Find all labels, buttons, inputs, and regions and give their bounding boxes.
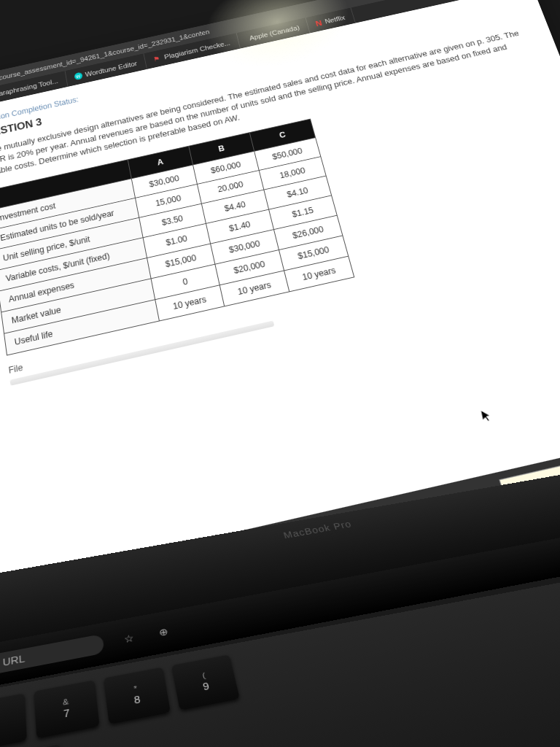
keyboard-key[interactable]: *8: [104, 667, 171, 724]
star-icon[interactable]: ☆: [118, 631, 139, 646]
flag-icon: ⚑: [152, 55, 162, 63]
key-shift-label: *: [133, 684, 138, 693]
key-main-label: 7: [63, 707, 71, 720]
tab-label: Netflix: [324, 14, 346, 25]
keyboard-key[interactable]: ^6: [0, 692, 27, 747]
key-main-label: 9: [202, 680, 210, 692]
plus-circle-icon[interactable]: ⊕: [153, 624, 175, 639]
key-shift-label: (: [201, 671, 206, 680]
wordtune-icon: w: [74, 72, 82, 81]
key-main-label: 8: [133, 694, 141, 706]
file-label: File: [8, 363, 23, 376]
touchbar-search-placeholder: Search or type URL: [0, 653, 25, 683]
keyboard-key[interactable]: (9: [171, 654, 240, 710]
key-shift-label: &: [63, 697, 69, 707]
netflix-icon: N: [314, 18, 323, 28]
keyboard-key[interactable]: &7: [34, 679, 99, 738]
